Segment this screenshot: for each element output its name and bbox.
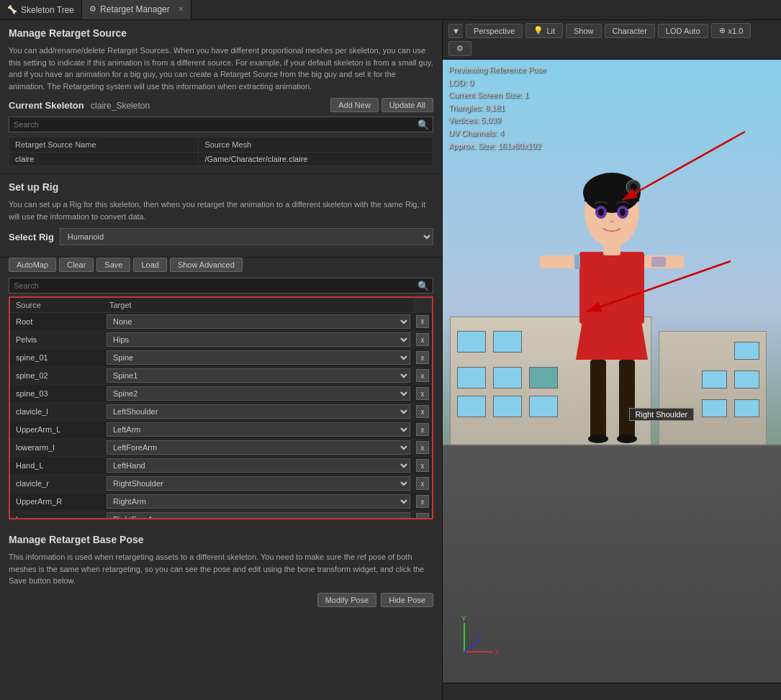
mapping-clear-cell: x: [413, 367, 432, 385]
lit-icon: 💡: [533, 26, 543, 35]
mapping-row: lowerarm_rNoneHipsSpineSpine1Spine2NeckH…: [10, 511, 432, 520]
mapping-target-cell: NoneHipsSpineSpine1Spine2NeckHeadLeftSho…: [104, 349, 413, 367]
retarget-source-table: Retarget Source Name Source Mesh claire …: [9, 137, 433, 166]
svg-rect-6: [540, 255, 579, 268]
mapping-target-select[interactable]: NoneHipsSpineSpine1Spine2NeckHeadLeftSho…: [107, 458, 410, 473]
viewport-canvas[interactable]: Previewing Reference Pose LOD: 0 Current…: [443, 60, 781, 683]
source-search-input[interactable]: [9, 117, 433, 132]
table-header-source-mesh: Source Mesh: [199, 137, 433, 153]
mapping-row: clavicle_rNoneHipsSpineSpine1Spine2NeckH…: [10, 475, 432, 493]
mapping-target-select[interactable]: NoneHipsSpineSpine1Spine2NeckHeadLeftSho…: [107, 422, 410, 437]
skeleton-tree-icon: 🦴: [7, 5, 17, 14]
hide-pose-button[interactable]: Hide Pose: [381, 593, 433, 607]
mapping-clear-button[interactable]: x: [416, 477, 429, 490]
skeleton-name-value: claire_Skeleton: [91, 101, 150, 111]
modify-pose-button[interactable]: Modify Pose: [317, 593, 377, 607]
main-area: Manage Retarget Source You can add/renam…: [0, 20, 781, 700]
mapping-target-cell: NoneHipsSpineSpine1Spine2NeckHeadLeftSho…: [104, 385, 413, 403]
right-shoulder-tooltip: Right Shoulder: [629, 408, 695, 421]
automap-button[interactable]: AutoMap: [9, 258, 56, 272]
left-panel: Manage Retarget Source You can add/renam…: [0, 20, 443, 700]
mapping-clear-cell: x: [413, 457, 432, 475]
tab-skeleton-tree[interactable]: 🦴 Skeleton Tree: [0, 0, 82, 19]
svg-point-15: [630, 183, 637, 191]
mapping-clear-button[interactable]: x: [416, 495, 429, 508]
character-figure: [540, 144, 684, 446]
mapping-clear-button[interactable]: x: [416, 513, 429, 519]
show-button[interactable]: Show: [566, 24, 602, 38]
mapping-search-input[interactable]: [9, 278, 433, 294]
mapping-target-select[interactable]: NoneHipsSpineSpine1Spine2NeckHeadLeftSho…: [107, 440, 410, 455]
info-vertices: Vertices: 5,039: [448, 114, 546, 127]
show-advanced-button[interactable]: Show Advanced: [170, 258, 243, 272]
info-overlay: Previewing Reference Pose LOD: 0 Current…: [448, 64, 546, 153]
svg-text:Z: Z: [477, 631, 482, 639]
svg-rect-1: [619, 360, 635, 439]
mapping-source-cell: UpperArm_L: [10, 421, 104, 439]
info-triangles: Triangles: 8,181: [448, 102, 546, 115]
add-new-button[interactable]: Add New: [330, 98, 379, 112]
info-screen-size: Current Screen Size: 1: [448, 89, 546, 102]
mapping-target-select[interactable]: NoneHipsSpineSpine1Spine2NeckHeadLeftSho…: [107, 404, 410, 419]
viewport-bottom-bar: [443, 683, 781, 700]
lit-button[interactable]: 💡 Lit: [525, 23, 563, 38]
clear-button[interactable]: Clear: [59, 258, 94, 272]
mapping-target-select[interactable]: NoneHipsSpineSpine1Spine2NeckHeadLeftSho…: [107, 332, 410, 347]
mapping-target-select[interactable]: NoneHipsSpineSpine1Spine2NeckHeadLeftSho…: [107, 512, 410, 519]
mapping-target-select[interactable]: NoneHipsSpineSpine1Spine2NeckHeadLeftSho…: [107, 350, 410, 365]
scale-button[interactable]: ⊕ x1.0: [711, 23, 751, 38]
mapping-target-cell: NoneHipsSpineSpine1Spine2NeckHeadLeftSho…: [104, 331, 413, 349]
retarget-manager-icon: ⚙: [89, 4, 96, 14]
mapping-target-select[interactable]: NoneHipsSpineSpine1Spine2NeckHeadLeftSho…: [107, 476, 410, 491]
current-skeleton-info: Current Skeleton claire_Skeleton: [9, 100, 150, 111]
mapping-clear-button[interactable]: x: [416, 387, 429, 400]
manage-source-desc: You can add/rename/delete Retarget Sourc…: [9, 45, 433, 92]
mapping-row: PelvisNoneHipsSpineSpine1Spine2NeckHeadL…: [10, 331, 432, 349]
load-button[interactable]: Load: [133, 258, 166, 272]
mapping-search-icon: 🔍: [417, 281, 429, 291]
table-header-source-name: Retarget Source Name: [9, 137, 199, 153]
mapping-target-select[interactable]: NoneHipsSpineSpine1Spine2NeckHeadLeftSho…: [107, 314, 410, 329]
mapping-header-target: Target: [104, 298, 413, 313]
mapping-row: lowerarm_lNoneHipsSpineSpine1Spine2NeckH…: [10, 439, 432, 457]
perspective-button[interactable]: Perspective: [466, 24, 523, 38]
mapping-clear-button[interactable]: x: [416, 405, 429, 418]
mapping-clear-cell: x: [413, 511, 432, 520]
settings-button[interactable]: ⚙: [448, 41, 471, 56]
source-name-cell: claire: [9, 153, 199, 166]
mapping-row: spine_02NoneHipsSpineSpine1Spine2NeckHea…: [10, 367, 432, 385]
mapping-row: Hand_LNoneHipsSpineSpine1Spine2NeckHeadL…: [10, 457, 432, 475]
mapping-clear-button[interactable]: x: [416, 423, 429, 436]
save-button[interactable]: Save: [96, 258, 130, 272]
viewport-dropdown-button[interactable]: ▼: [448, 24, 463, 38]
mapping-clear-button[interactable]: x: [416, 459, 429, 472]
mapping-source-cell: spine_01: [10, 349, 104, 367]
character-button[interactable]: Character: [605, 24, 655, 38]
svg-rect-9: [574, 255, 580, 269]
tab-retarget-manager[interactable]: ⚙ Retarget Manager ✕: [82, 0, 191, 19]
source-btn-group: Add New Update All: [330, 98, 433, 112]
mapping-target-select[interactable]: NoneHipsSpineSpine1Spine2NeckHeadLeftSho…: [107, 368, 410, 383]
tab-close-icon[interactable]: ✕: [178, 5, 184, 13]
mapping-row: spine_03NoneHipsSpineSpine1Spine2NeckHea…: [10, 385, 432, 403]
mapping-clear-button[interactable]: x: [416, 351, 429, 364]
mapping-clear-button[interactable]: x: [416, 333, 429, 346]
mapping-target-select[interactable]: NoneHipsSpineSpine1Spine2NeckHeadLeftSho…: [107, 494, 410, 509]
setup-rig-desc: You can set up a Rig for this skeleton, …: [9, 199, 433, 222]
mapping-target-select[interactable]: NoneHipsSpineSpine1Spine2NeckHeadLeftSho…: [107, 386, 410, 401]
mapping-clear-button[interactable]: x: [416, 315, 429, 328]
right-panel: ▼ Perspective 💡 Lit Show Character LOD A…: [443, 20, 781, 700]
mapping-target-cell: NoneHipsSpineSpine1Spine2NeckHeadLeftSho…: [104, 457, 413, 475]
mapping-clear-button[interactable]: x: [416, 369, 429, 382]
mapping-table-container: Source Target RootNoneHipsSpineSpine1Spi…: [9, 296, 433, 519]
rig-dropdown[interactable]: Humanoid: [60, 228, 433, 245]
mapping-clear-button[interactable]: x: [416, 441, 429, 454]
mapping-source-cell: spine_03: [10, 385, 104, 403]
mapping-source-cell: UpperArm_R: [10, 493, 104, 511]
tab-retarget-manager-label: Retarget Manager: [100, 4, 170, 14]
mapping-row: UpperArm_RNoneHipsSpineSpine1Spine2NeckH…: [10, 493, 432, 511]
update-all-button[interactable]: Update All: [382, 98, 433, 112]
mapping-source-cell: spine_02: [10, 367, 104, 385]
lod-button[interactable]: LOD Auto: [658, 24, 708, 38]
mapping-row: spine_01NoneHipsSpineSpine1Spine2NeckHea…: [10, 349, 432, 367]
